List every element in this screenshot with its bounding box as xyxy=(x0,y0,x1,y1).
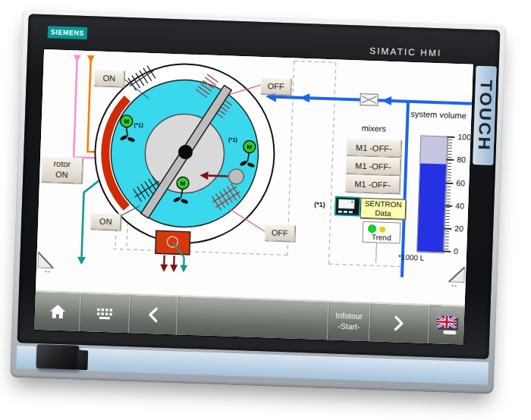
tick-label-60: 60 xyxy=(456,178,471,188)
front-bezel: SIEMENS SIMATIC HMI xyxy=(17,14,501,359)
touch-screen: M (*1) M (*1) xyxy=(34,49,473,345)
yellow-led-icon xyxy=(379,227,385,233)
language-bar xyxy=(444,331,457,335)
svg-text:M: M xyxy=(124,118,129,125)
trend-button[interactable]: Trend xyxy=(362,221,401,244)
volume-bar xyxy=(416,135,448,252)
infotour-label-line1: Infotour xyxy=(335,311,363,322)
trend-button-label: Trend xyxy=(363,233,400,243)
trend-connector-line xyxy=(376,241,377,262)
major-tick xyxy=(445,183,453,184)
touch-badge: TOUCH xyxy=(473,66,497,165)
mixer-m1-button-3[interactable]: M1 -OFF- xyxy=(345,174,401,193)
chevron-left-icon xyxy=(146,306,159,324)
heater-on-top-button[interactable]: ON xyxy=(93,69,124,86)
keyboard-icon xyxy=(96,306,115,320)
major-tick xyxy=(446,159,454,161)
volume-fill xyxy=(417,164,446,252)
home-button[interactable] xyxy=(34,292,80,331)
svg-text:(*1): (*1) xyxy=(228,136,238,143)
sentron-button-line1: SENTRON xyxy=(365,199,402,209)
heater-off-top-button[interactable]: OFF xyxy=(260,77,291,95)
tick-label-0: 0 xyxy=(454,246,469,256)
sentron-data-button[interactable]: SENTRON Data xyxy=(360,198,407,220)
touch-badge-label: TOUCH xyxy=(474,80,495,152)
svg-text:M: M xyxy=(247,143,252,150)
rotor-on-button[interactable]: rotor ON xyxy=(41,156,83,183)
page-fold-icon-right[interactable] xyxy=(449,267,465,287)
tank-outlet xyxy=(155,230,190,273)
heater-off-bottom-button[interactable]: OFF xyxy=(264,224,295,241)
tick-label-40: 40 xyxy=(455,201,470,211)
product-line-label: SIMATIC HMI xyxy=(369,45,442,58)
uk-flag-icon xyxy=(436,315,457,328)
mixer-m1-button-2[interactable]: M1 -OFF- xyxy=(346,156,401,175)
mixer-m1-button-1[interactable]: M1 -OFF- xyxy=(346,138,401,157)
usb-cover-flap[interactable] xyxy=(36,344,79,370)
major-tick xyxy=(447,136,454,138)
infotour-label-line2: -Start- xyxy=(335,321,363,333)
toolbar-spacer xyxy=(176,296,328,340)
heater-on-bottom-button[interactable]: ON xyxy=(90,212,121,230)
next-page-button[interactable] xyxy=(369,303,429,343)
sentron-annotation: (*1) xyxy=(314,201,325,209)
process-mimic-canvas: M (*1) M (*1) xyxy=(36,49,473,306)
hmi-panel-device: SIEMENS SIMATIC HMI xyxy=(10,8,507,394)
product-photo-stage: SIEMENS SIMATIC HMI xyxy=(0,0,531,420)
volume-unit-label: *1000 L xyxy=(398,252,425,262)
infotour-start-button[interactable]: Infotour -Start- xyxy=(327,302,370,341)
siemens-logo: SIEMENS xyxy=(48,26,88,39)
home-icon xyxy=(49,303,66,319)
major-tick xyxy=(443,251,451,252)
svg-text:(*1): (*1) xyxy=(134,121,144,128)
process-diagram: M (*1) M (*1) xyxy=(36,49,473,306)
rotor-button-line1: rotor xyxy=(53,159,71,171)
major-tick xyxy=(445,205,452,207)
major-tick xyxy=(444,228,451,230)
previous-page-button[interactable] xyxy=(128,295,178,334)
page-fold-icon-left[interactable] xyxy=(38,252,54,273)
sentron-button-line2: Data xyxy=(375,208,391,218)
system-volume-title: system volume xyxy=(410,109,467,121)
green-led-icon xyxy=(368,224,376,233)
tick-label-20: 20 xyxy=(454,224,470,234)
rotor-button-line2: ON xyxy=(55,170,68,180)
language-switch-button[interactable] xyxy=(427,306,464,345)
valve-icon xyxy=(360,94,379,106)
chevron-right-icon xyxy=(393,315,406,332)
svg-text:M: M xyxy=(181,180,186,186)
screen-overview-button[interactable] xyxy=(80,293,130,333)
tick-label-100: 100 xyxy=(457,132,473,142)
tick-label-80: 80 xyxy=(457,155,472,165)
